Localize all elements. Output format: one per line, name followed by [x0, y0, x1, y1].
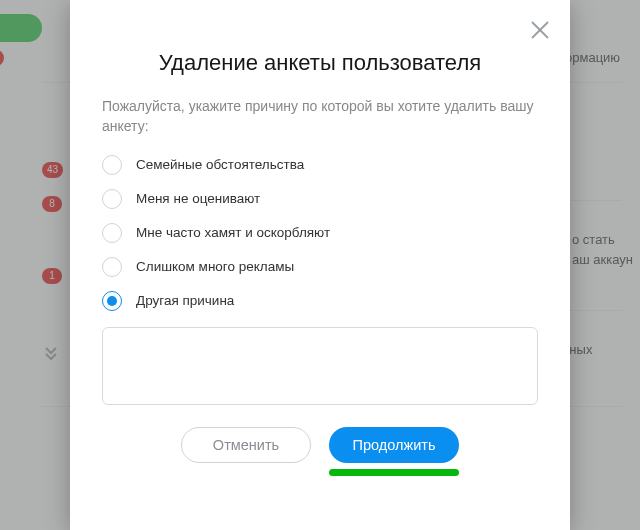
reason-option-ads[interactable]: Слишком много рекламы [102, 257, 538, 277]
modal-title: Удаление анкеты пользователя [102, 50, 538, 76]
other-reason-input[interactable] [102, 327, 538, 405]
cancel-button[interactable]: Отменить [181, 427, 311, 463]
reason-option-not-rated[interactable]: Меня не оценивают [102, 189, 538, 209]
close-button[interactable] [528, 18, 552, 42]
radio-icon [102, 189, 122, 209]
radio-icon [102, 257, 122, 277]
continue-button[interactable]: Продолжить [329, 427, 459, 463]
reason-option-family[interactable]: Семейные обстоятельства [102, 155, 538, 175]
close-icon [528, 18, 552, 42]
modal-actions: Отменить Продолжить [102, 427, 538, 463]
reason-label: Другая причина [136, 293, 234, 308]
modal-prompt: Пожалуйста, укажите причину по которой в… [102, 96, 538, 137]
highlight-underline [329, 469, 459, 476]
reason-label: Семейные обстоятельства [136, 157, 304, 172]
delete-profile-modal: Удаление анкеты пользователя Пожалуйста,… [70, 0, 570, 530]
radio-icon [102, 223, 122, 243]
reason-list: Семейные обстоятельства Меня не оцениваю… [102, 155, 538, 311]
reason-option-rudeness[interactable]: Мне часто хамят и оскорбляют [102, 223, 538, 243]
reason-option-other[interactable]: Другая причина [102, 291, 538, 311]
radio-icon [102, 155, 122, 175]
reason-label: Слишком много рекламы [136, 259, 294, 274]
radio-icon [102, 291, 122, 311]
reason-label: Мне часто хамят и оскорбляют [136, 225, 330, 240]
reason-label: Меня не оценивают [136, 191, 260, 206]
